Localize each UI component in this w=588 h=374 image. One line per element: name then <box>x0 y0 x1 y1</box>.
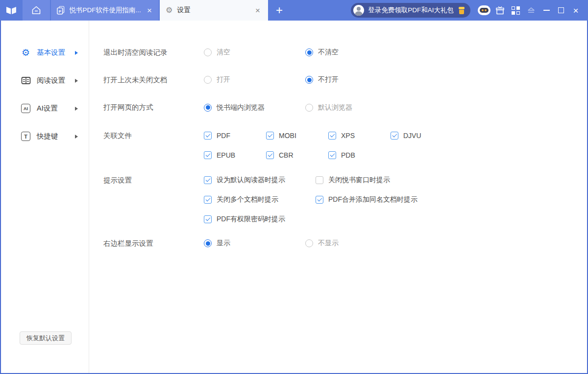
login-button[interactable]: 登录免费领取PDF和AI大礼包 <box>351 3 470 18</box>
radio-icon <box>305 76 313 84</box>
gear-icon: ⚙ <box>166 6 172 14</box>
close-window-button[interactable]: × <box>568 2 583 18</box>
checkbox-icon <box>316 176 323 184</box>
checkbox-icon <box>266 151 274 159</box>
radio-dont-clear[interactable]: 不清空 <box>305 48 339 57</box>
maximize-icon <box>558 7 564 13</box>
maximize-button[interactable] <box>554 2 568 18</box>
radio-icon <box>204 104 212 112</box>
checkbox-icon <box>204 215 212 223</box>
sidebar-item-label: 基本设置 <box>37 48 65 57</box>
avatar-icon <box>353 5 364 16</box>
radio-icon <box>305 239 313 247</box>
prompt-options: 设为默认阅读器时提示 关闭悦书窗口时提示 关闭多个文档时提示 <box>204 170 417 229</box>
radio-icon <box>204 76 212 84</box>
app-body: ⚙ 基本设置 阅读设置 AI AI设置 <box>1 21 587 373</box>
svg-text:P: P <box>59 9 61 14</box>
checkbox-close-window-prompt[interactable]: 关闭悦书窗口时提示 <box>316 176 390 185</box>
checkbox-merge-same-name-prompt[interactable]: PDF合并添加同名文档时提示 <box>316 195 417 204</box>
checkbox-djvu[interactable]: DJVU <box>391 132 421 140</box>
collapse-toolbar-button[interactable] <box>523 2 539 18</box>
book-logo-icon <box>5 5 18 16</box>
settings-sidebar: ⚙ 基本设置 阅读设置 AI AI设置 <box>1 21 89 373</box>
sidebar-item-label: AI设置 <box>37 104 58 113</box>
prompts-row-2: 关闭多个文档时提示 PDF合并添加同名文档时提示 <box>204 190 417 210</box>
radio-default-browser[interactable]: 默认浏览器 <box>305 103 352 112</box>
apps-menu-button[interactable] <box>508 2 523 18</box>
settings-tab[interactable]: ⚙ 设置 × <box>160 0 268 21</box>
sidebar-item-label: 阅读设置 <box>37 76 65 85</box>
checkbox-icon <box>204 132 212 140</box>
setting-label: 退出时清空阅读记录 <box>103 48 204 57</box>
prompts-row-1: 设为默认阅读器时提示 关闭悦书窗口时提示 <box>204 170 417 190</box>
checkbox-epub[interactable]: EPUB <box>204 151 266 159</box>
titlebar: P 悦书PDF软件使用指南.... × ⚙ 设置 × + 登录免费领取PDF和A… <box>0 0 588 21</box>
checkbox-icon <box>391 132 398 140</box>
checkbox-xps[interactable]: XPS <box>328 132 391 140</box>
file-assoc-row-2: EPUB CBR PDB <box>204 145 421 165</box>
radio-icon <box>305 104 313 112</box>
setting-row-open-web: 打开网页的方式 悦书端内浏览器 默认浏览器 <box>103 94 587 121</box>
setting-row-clear-history: 退出时清空阅读记录 清空 不清空 <box>103 39 587 66</box>
prompts-row-3: PDF有权限密码时提示 <box>204 210 417 229</box>
gear-icon: ⚙ <box>21 47 31 58</box>
chevron-right-icon <box>75 51 78 55</box>
checkbox-cbr[interactable]: CBR <box>266 151 328 159</box>
chevron-right-icon <box>75 135 78 139</box>
checkbox-icon <box>204 176 212 184</box>
radio-icon <box>305 48 313 56</box>
setting-row-open-last: 打开上次未关闭文档 打开 不打开 <box>103 66 587 94</box>
radio-clear[interactable]: 清空 <box>204 48 305 57</box>
settings-panel: 退出时清空阅读记录 清空 不清空 打开上次未关闭文档 打开 <box>89 21 587 373</box>
radio-open[interactable]: 打开 <box>204 75 305 84</box>
close-document-tab-icon[interactable]: × <box>145 5 154 16</box>
checkbox-close-multiple-docs-prompt[interactable]: 关闭多个文档时提示 <box>204 195 316 204</box>
sidebar-item-label: 快捷键 <box>37 132 58 141</box>
checkbox-mobi[interactable]: MOBI <box>266 132 328 140</box>
setting-label: 打开网页的方式 <box>103 103 204 112</box>
gift-icon <box>458 7 465 14</box>
radio-icon <box>204 239 212 247</box>
minimize-button[interactable] <box>539 2 554 18</box>
app-logo <box>0 0 23 21</box>
home-tab-button[interactable] <box>23 0 50 21</box>
settings-tab-title: 设置 <box>177 6 191 15</box>
setting-label: 打开上次未关闭文档 <box>103 75 204 85</box>
robot-icon <box>478 5 490 15</box>
sidebar-item-shortcuts[interactable]: T 快捷键 <box>1 122 89 150</box>
radio-show[interactable]: 显示 <box>204 239 305 248</box>
radio-dont-show[interactable]: 不显示 <box>305 239 339 248</box>
login-button-label: 登录免费领取PDF和AI大礼包 <box>368 6 454 15</box>
checkbox-icon <box>266 132 274 140</box>
ai-assistant-button[interactable] <box>476 2 492 18</box>
home-icon <box>31 5 42 16</box>
close-settings-tab-icon[interactable]: × <box>253 5 262 16</box>
checkbox-icon <box>328 151 336 159</box>
document-tab[interactable]: P 悦书PDF软件使用指南.... × <box>51 0 159 21</box>
checkbox-default-reader-prompt[interactable]: 设为默认阅读器时提示 <box>204 176 316 185</box>
checkbox-pdb[interactable]: PDB <box>328 151 355 159</box>
grid-icon <box>512 6 520 15</box>
sidebar-item-basic-settings[interactable]: ⚙ 基本设置 <box>1 39 89 67</box>
setting-label: 右边栏显示设置 <box>103 239 204 248</box>
chevron-right-icon <box>75 107 78 111</box>
radio-dont-open[interactable]: 不打开 <box>305 75 339 84</box>
sidebar-item-ai-settings[interactable]: AI AI设置 <box>1 94 89 122</box>
radio-inapp-browser[interactable]: 悦书端内浏览器 <box>204 103 305 112</box>
restore-defaults-button[interactable]: 恢复默认设置 <box>20 331 72 345</box>
checkbox-icon <box>316 196 323 204</box>
titlebar-right-cluster: 登录免费领取PDF和AI大礼包 <box>351 0 588 21</box>
ai-icon: AI <box>21 103 31 114</box>
checkbox-permission-password-prompt[interactable]: PDF有权限密码时提示 <box>204 215 285 224</box>
checkbox-icon <box>328 132 336 140</box>
setting-row-right-panel: 右边栏显示设置 显示 不显示 <box>103 234 587 253</box>
sidebar-item-reading-settings[interactable]: 阅读设置 <box>1 67 89 94</box>
close-icon: × <box>573 6 578 15</box>
checkbox-pdf[interactable]: PDF <box>204 132 266 140</box>
pdf-document-icon: P <box>56 5 66 16</box>
app-window: P 悦书PDF软件使用指南.... × ⚙ 设置 × + 登录免费领取PDF和A… <box>0 0 588 374</box>
rewards-button[interactable] <box>492 2 508 18</box>
chevron-right-icon <box>75 79 78 83</box>
checkbox-icon <box>204 151 212 159</box>
new-tab-button[interactable]: + <box>268 0 291 21</box>
